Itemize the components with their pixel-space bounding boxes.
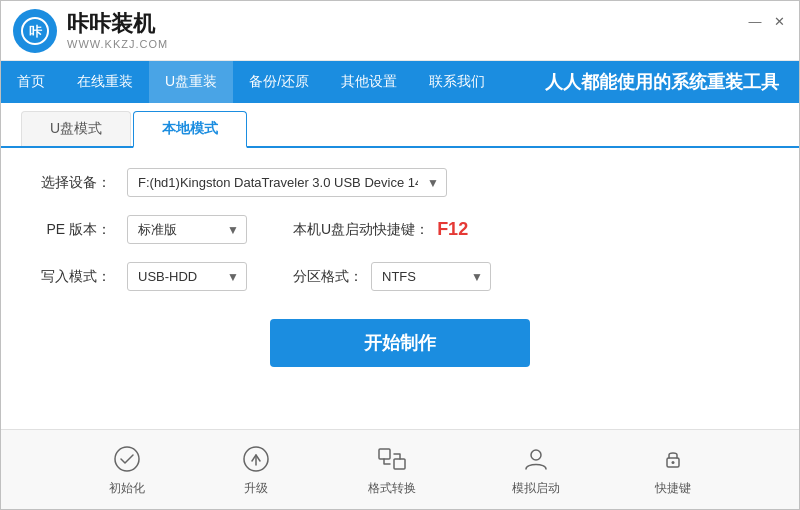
- bottom-toolbar: 初始化 升级 格式转换: [1, 429, 799, 509]
- toolbar-label-shortcut: 快捷键: [655, 480, 691, 497]
- svg-text:咔: 咔: [29, 24, 43, 39]
- pe-label: PE 版本：: [41, 221, 111, 239]
- start-button[interactable]: 开始制作: [270, 319, 530, 367]
- nav-contact-us[interactable]: 联系我们: [413, 61, 501, 103]
- device-select-wrapper: F:(hd1)Kingston DataTraveler 3.0 USB Dev…: [127, 168, 447, 197]
- svg-rect-5: [379, 449, 390, 459]
- toolbar-label-simulate: 模拟启动: [512, 480, 560, 497]
- write-select[interactable]: USB-HDD: [127, 262, 247, 291]
- upload-circle-icon: [240, 443, 272, 475]
- app-title-group: 咔咔装机 WWW.KKZJ.COM: [67, 11, 168, 49]
- convert-icon: [376, 443, 408, 475]
- write-select-wrapper: USB-HDD ▼: [127, 262, 247, 291]
- app-subtitle: WWW.KKZJ.COM: [67, 38, 168, 50]
- titlebar: 咔 咔咔装机 WWW.KKZJ.COM — ✕: [1, 1, 799, 61]
- close-button[interactable]: ✕: [771, 13, 787, 29]
- toolbar-item-simulate[interactable]: 模拟启动: [512, 443, 560, 497]
- lock-circle-icon: [657, 443, 689, 475]
- tab-bar: U盘模式 本地模式: [1, 103, 799, 148]
- device-label: 选择设备：: [41, 174, 111, 192]
- svg-point-9: [672, 461, 675, 464]
- window-controls: — ✕: [747, 13, 787, 29]
- toolbar-item-upgrade[interactable]: 升级: [240, 443, 272, 497]
- device-select[interactable]: F:(hd1)Kingston DataTraveler 3.0 USB Dev…: [127, 168, 447, 197]
- toolbar-label-convert: 格式转换: [368, 480, 416, 497]
- navbar: 首页 在线重装 U盘重装 备份/还原 其他设置 联系我们 人人都能使用的系统重装…: [1, 61, 799, 103]
- pe-select[interactable]: 标准版: [127, 215, 247, 244]
- nav-online-reinstall[interactable]: 在线重装: [61, 61, 149, 103]
- nav-other-settings[interactable]: 其他设置: [325, 61, 413, 103]
- partition-group: 分区格式： NTFS ▼: [293, 262, 491, 291]
- app-logo: 咔: [13, 9, 57, 53]
- partition-select-wrapper: NTFS ▼: [371, 262, 491, 291]
- main-content: 选择设备： F:(hd1)Kingston DataTraveler 3.0 U…: [1, 148, 799, 429]
- toolbar-item-shortcut[interactable]: 快捷键: [655, 443, 691, 497]
- hotkey-group: 本机U盘启动快捷键： F12: [293, 219, 468, 240]
- tab-usb-mode[interactable]: U盘模式: [21, 111, 131, 146]
- check-circle-icon: [111, 443, 143, 475]
- nav-backup-restore[interactable]: 备份/还原: [233, 61, 325, 103]
- svg-point-2: [115, 447, 139, 471]
- nav-home[interactable]: 首页: [1, 61, 61, 103]
- toolbar-item-convert[interactable]: 格式转换: [368, 443, 416, 497]
- tab-local-mode[interactable]: 本地模式: [133, 111, 247, 148]
- device-row: 选择设备： F:(hd1)Kingston DataTraveler 3.0 U…: [41, 168, 759, 197]
- toolbar-label-initialize: 初始化: [109, 480, 145, 497]
- partition-select[interactable]: NTFS: [371, 262, 491, 291]
- write-partition-row: 写入模式： USB-HDD ▼ 分区格式： NTFS ▼: [41, 262, 759, 291]
- hotkey-value: F12: [437, 219, 468, 240]
- main-window: 咔 咔咔装机 WWW.KKZJ.COM — ✕ 首页 在线重装 U盘重装 备份/…: [0, 0, 800, 510]
- toolbar-label-upgrade: 升级: [244, 480, 268, 497]
- app-title: 咔咔装机: [67, 11, 168, 37]
- svg-rect-6: [394, 459, 405, 469]
- nav-usb-reinstall[interactable]: U盘重装: [149, 61, 233, 103]
- toolbar-item-initialize[interactable]: 初始化: [109, 443, 145, 497]
- partition-label: 分区格式：: [293, 268, 363, 286]
- pe-select-wrapper: 标准版 ▼: [127, 215, 247, 244]
- pe-hotkey-row: PE 版本： 标准版 ▼ 本机U盘启动快捷键： F12: [41, 215, 759, 244]
- nav-slogan: 人人都能使用的系统重装工具: [545, 70, 799, 94]
- write-label: 写入模式：: [41, 268, 111, 286]
- svg-point-7: [531, 450, 541, 460]
- person-circle-icon: [520, 443, 552, 475]
- hotkey-label: 本机U盘启动快捷键：: [293, 221, 429, 239]
- minimize-button[interactable]: —: [747, 13, 763, 29]
